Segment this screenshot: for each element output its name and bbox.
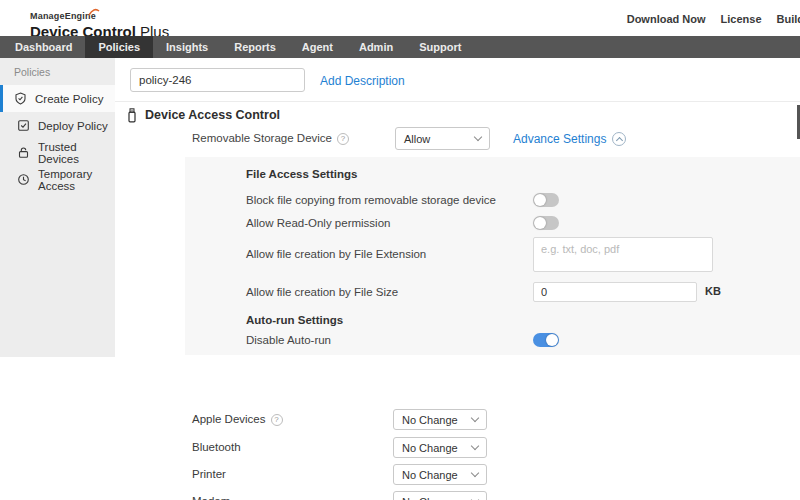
deploy-icon: [17, 119, 30, 132]
read-only-permission-label: Allow Read-Only permission: [246, 217, 390, 229]
shield-check-icon: [14, 92, 27, 105]
main-navbar: Dashboard Policies Insights Reports Agen…: [0, 36, 800, 58]
license-link[interactable]: License: [721, 13, 762, 25]
device-type-rows: Apple Devices? No Change Bluetooth No Ch…: [115, 409, 800, 500]
file-size-unit: KB: [705, 285, 721, 297]
sidebar-item-create-policy[interactable]: Create Policy: [0, 85, 115, 112]
section-divider: [115, 101, 800, 102]
block-file-copying-toggle[interactable]: [533, 193, 559, 207]
bluetooth-label: Bluetooth: [192, 437, 241, 458]
apple-devices-value: No Change: [402, 414, 458, 426]
help-icon[interactable]: ?: [271, 414, 283, 426]
advance-settings-link[interactable]: Advance Settings: [513, 127, 626, 150]
removable-storage-select[interactable]: Allow: [395, 127, 490, 150]
block-file-copying-label: Block file copying from removable storag…: [246, 194, 496, 206]
nav-reports[interactable]: Reports: [221, 36, 289, 58]
top-header: ManageEngine Device Control Plus Downloa…: [0, 0, 800, 36]
nav-insights[interactable]: Insights: [153, 36, 221, 58]
add-description-link[interactable]: Add Description: [320, 74, 405, 88]
device-access-control-header: Device Access Control: [127, 104, 280, 126]
chevron-down-icon: [471, 496, 479, 500]
autorun-settings-title: Auto-run Settings: [246, 314, 343, 326]
download-now-link[interactable]: Download Now: [627, 13, 706, 25]
usb-device-icon: [127, 108, 137, 123]
removable-storage-value: Allow: [404, 133, 430, 145]
modem-value: No Change: [402, 496, 458, 500]
printer-select[interactable]: No Change: [393, 464, 487, 485]
sidebar-item-deploy-policy[interactable]: Deploy Policy: [0, 112, 115, 139]
brand-company: ManageEngine: [30, 11, 96, 21]
file-size-label: Allow file creation by File Size: [246, 286, 398, 298]
removable-storage-label-text: Removable Storage Device: [192, 132, 332, 144]
bluetooth-select[interactable]: No Change: [393, 437, 487, 458]
chevron-down-icon: [471, 414, 479, 422]
removable-storage-label: Removable Storage Device?: [192, 127, 349, 150]
nav-admin[interactable]: Admin: [346, 36, 406, 58]
modem-label: Modem: [192, 491, 230, 500]
printer-value: No Change: [402, 469, 458, 481]
clock-icon: [17, 173, 30, 186]
sidebar-item-label: Deploy Policy: [38, 120, 108, 132]
disable-autorun-toggle[interactable]: [533, 333, 559, 347]
disable-autorun-label: Disable Auto-run: [246, 334, 331, 346]
sidebar-item-label: Create Policy: [35, 93, 103, 105]
modem-row: Modem No Change: [115, 491, 800, 500]
sidebar-title: Policies: [0, 58, 115, 85]
nav-agent[interactable]: Agent: [289, 36, 346, 58]
apple-devices-label: Apple Devices?: [192, 409, 283, 430]
sidebar-item-label: Trusted Devices: [38, 141, 115, 165]
apple-devices-label-text: Apple Devices: [192, 413, 266, 425]
chevron-down-icon: [474, 133, 482, 141]
app-window: ManageEngine Device Control Plus Downloa…: [0, 0, 800, 500]
brand-logo: ManageEngine Device Control Plus: [30, 5, 169, 40]
file-extension-label: Allow file creation by File Extension: [246, 248, 426, 260]
chevron-up-circle-icon: [612, 132, 626, 146]
printer-label: Printer: [192, 464, 226, 485]
bluetooth-row: Bluetooth No Change: [115, 437, 800, 459]
main-content: Add Description Device Access Control Re…: [115, 58, 800, 500]
file-extension-input[interactable]: [533, 237, 713, 272]
build-link[interactable]: Build: [777, 13, 800, 25]
brand-company-text: ManageEngine: [30, 11, 96, 21]
brand-swoosh-icon: [88, 7, 100, 16]
sidebar-item-label: Temporary Access: [38, 168, 115, 192]
modem-select[interactable]: No Change: [393, 491, 487, 500]
top-links: Download Now License Build: [627, 13, 800, 25]
file-size-input[interactable]: [533, 282, 697, 302]
sidebar-item-trusted-devices[interactable]: Trusted Devices: [0, 139, 115, 166]
nav-policies[interactable]: Policies: [85, 36, 153, 58]
apple-devices-row: Apple Devices? No Change: [115, 409, 800, 431]
printer-row: Printer No Change: [115, 464, 800, 486]
bluetooth-value: No Change: [402, 442, 458, 454]
chevron-down-icon: [471, 442, 479, 450]
advance-settings-label: Advance Settings: [513, 132, 606, 146]
policy-name-input[interactable]: [130, 68, 305, 92]
file-access-settings-title: File Access Settings: [246, 168, 357, 180]
apple-devices-select[interactable]: No Change: [393, 409, 487, 430]
nav-support[interactable]: Support: [406, 36, 474, 58]
section-title: Device Access Control: [145, 108, 280, 122]
chevron-down-icon: [471, 469, 479, 477]
read-only-permission-toggle[interactable]: [533, 216, 559, 230]
nav-dashboard[interactable]: Dashboard: [2, 36, 85, 58]
sidebar: Policies Create Policy Deploy Policy Tru…: [0, 58, 115, 357]
advanced-settings-panel: File Access Settings Block file copying …: [185, 157, 800, 355]
lock-icon: [17, 146, 30, 159]
help-icon[interactable]: ?: [337, 133, 349, 145]
sidebar-item-temporary-access[interactable]: Temporary Access: [0, 166, 115, 193]
